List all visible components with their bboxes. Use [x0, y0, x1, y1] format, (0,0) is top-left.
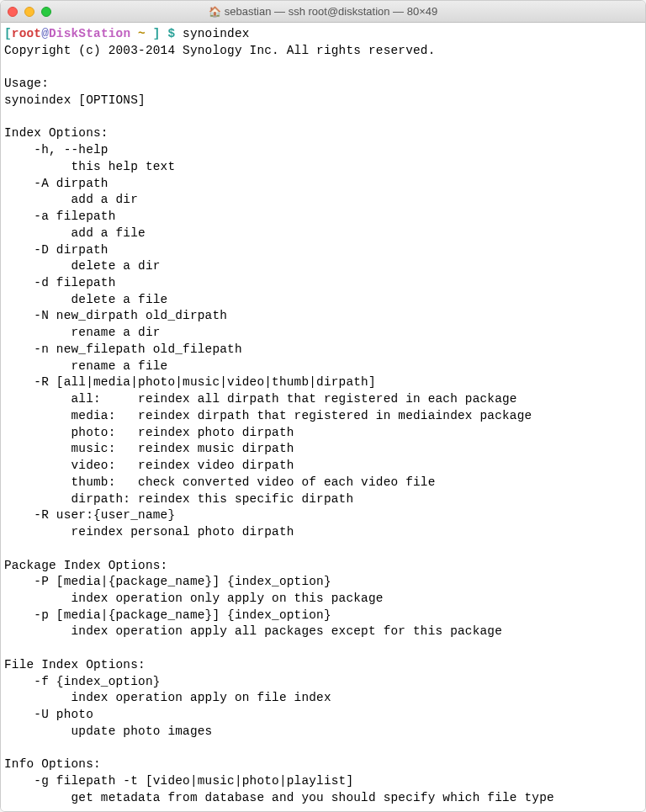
- terminal-output-area[interactable]: [root@DiskStation ~ ] $ synoindex Copyri…: [1, 23, 645, 811]
- maximize-icon[interactable]: [41, 7, 51, 17]
- prompt-bracket-close: ]: [153, 27, 161, 40]
- home-icon: 🏠: [209, 6, 221, 18]
- window-title-text: sebastian — ssh root@diskstation — 80×49: [225, 5, 437, 18]
- prompt-user: root: [12, 27, 41, 40]
- minimize-icon[interactable]: [24, 7, 34, 17]
- close-icon[interactable]: [8, 7, 18, 17]
- titlebar: 🏠 sebastian — ssh root@diskstation — 80×…: [1, 1, 645, 23]
- prompt-path: ~: [130, 27, 153, 40]
- terminal-window: 🏠 sebastian — ssh root@diskstation — 80×…: [0, 0, 646, 812]
- window-title: 🏠 sebastian — ssh root@diskstation — 80×…: [8, 5, 638, 18]
- prompt-bracket-open: [: [4, 27, 12, 40]
- command-text: synoindex: [183, 27, 250, 40]
- traffic-lights: [8, 7, 51, 17]
- prompt-host: DiskStation: [49, 27, 130, 40]
- prompt-dollar: $: [161, 27, 183, 40]
- prompt-at: @: [41, 27, 49, 40]
